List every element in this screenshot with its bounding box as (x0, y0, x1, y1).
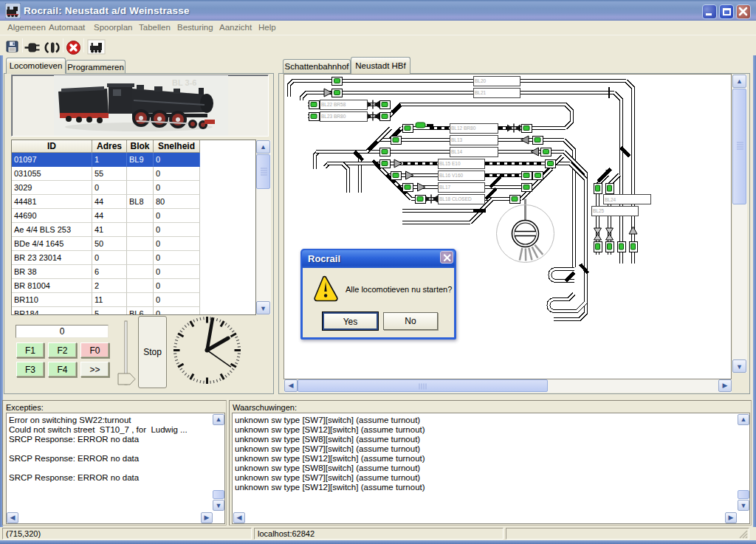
svg-text:BL 3-6: BL 3-6 (172, 78, 196, 87)
svg-text:BL14: BL14 (451, 149, 463, 154)
svg-text:BL21: BL21 (475, 90, 487, 95)
svg-text:BL16 V160: BL16 V160 (439, 173, 464, 178)
svg-text:BL24: BL24 (605, 197, 616, 202)
svg-text:BL15 E10: BL15 E10 (439, 161, 461, 166)
svg-text:BL12 BR80: BL12 BR80 (451, 125, 476, 131)
svg-text:BL23 BR80: BL23 BR80 (321, 114, 346, 119)
svg-text:BL18 CLOSED: BL18 CLOSED (439, 196, 472, 202)
svg-text:BL22 BR58: BL22 BR58 (321, 102, 346, 107)
svg-text:BL13: BL13 (451, 137, 463, 142)
svg-text:BL25: BL25 (593, 208, 605, 213)
svg-text:BL20: BL20 (475, 78, 487, 83)
svg-text:BL17: BL17 (439, 185, 451, 190)
